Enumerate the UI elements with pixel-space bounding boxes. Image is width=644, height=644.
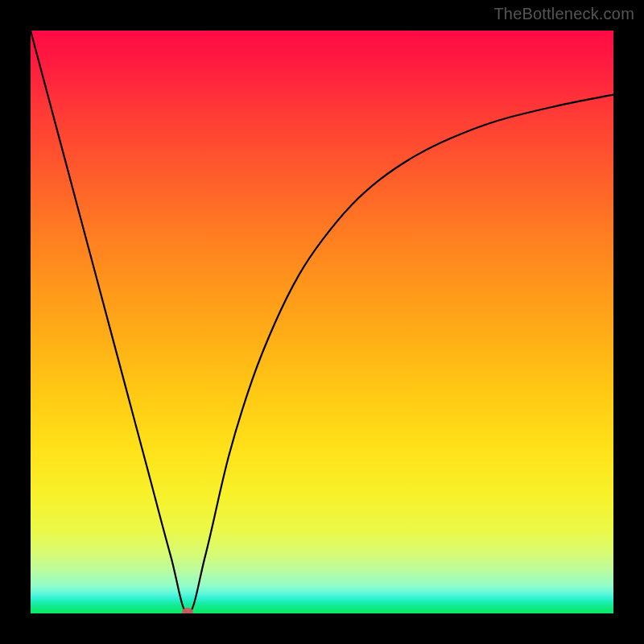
chart-frame: TheBottleneck.com — [0, 0, 644, 644]
watermark-label: TheBottleneck.com — [493, 5, 634, 23]
bottleneck-curve — [31, 31, 613, 613]
vertex-marker — [182, 608, 193, 613]
plot-area — [31, 31, 613, 613]
